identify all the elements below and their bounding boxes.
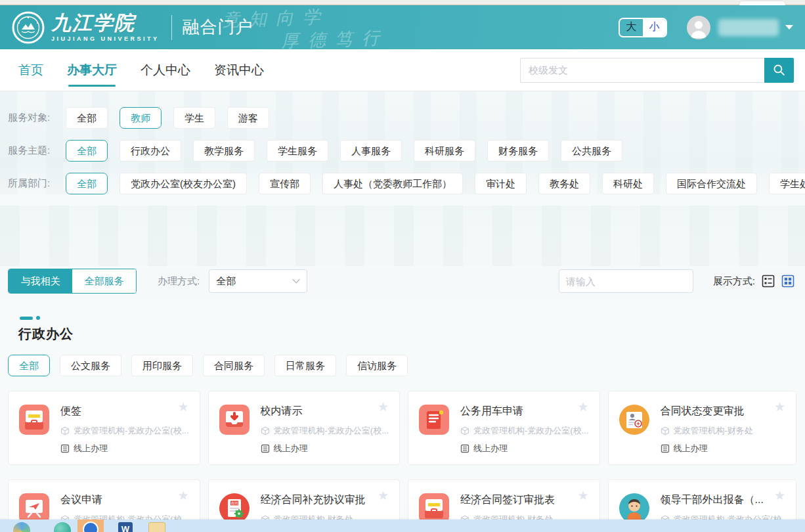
filter-option-selected[interactable]: 教师 [120,107,162,129]
folder-icon[interactable] [148,522,165,532]
filter-option[interactable]: 财务服务 [487,140,549,162]
service-search-input[interactable] [566,276,697,287]
university-seal-logo [12,11,45,44]
user-name-masked[interactable] [718,19,779,36]
filter-option[interactable]: 全部 [66,107,108,129]
filter-option[interactable]: 科研服务 [414,140,475,162]
favorite-star-icon[interactable]: ★ [378,401,389,413]
filter-option[interactable]: 教学服务 [193,140,255,162]
inbox-arrow-icon [219,405,250,435]
method-label: 办理方式: [158,275,200,288]
card-method: 线上办理 [460,443,589,454]
favorite-star-icon[interactable]: ★ [774,489,785,502]
header-divider [171,15,172,40]
section-tab[interactable]: 公文服务 [60,355,121,376]
service-card[interactable]: 便签 党政管理机构-党政办公室(校... 线上办理 ★ [8,391,200,465]
tab-all-services[interactable]: 全部服务 [72,269,136,293]
university-name: 九江学院 JIUJIANG UNIVERSITY [51,13,160,42]
list-view-icon[interactable] [762,275,775,288]
card-title: 经济合同签订审批表 [460,493,572,507]
colorful-app-icon[interactable] [13,522,30,532]
user-avatar[interactable] [687,16,710,39]
filter-option[interactable]: 公共服务 [561,140,622,162]
service-card[interactable]: 公务用车申请 党政管理机构-党政办公室(校... 线上办理 ★ [408,391,600,465]
filter-option[interactable]: 游客 [227,107,269,129]
favorite-star-icon[interactable]: ★ [378,489,389,502]
filter-option[interactable]: 人事处（党委教师工作部） [322,173,463,194]
word-icon[interactable]: W [118,522,133,532]
section-tab-selected[interactable]: 全部 [8,355,50,376]
section-tab[interactable]: 合同服务 [203,355,265,376]
card-org: 党政管理机构-财务处 [661,425,762,437]
motto-line2: 厚德笃行 [280,26,389,53]
card-org: 党政管理机构-党政办公室(校... [261,425,389,437]
card-method: 线上办理 [261,443,389,454]
filter-option-selected[interactable]: 全部 [66,140,108,162]
service-card[interactable]: 校内请示 党政管理机构-党政办公室(校... 线上办理 ★ [208,391,401,465]
grid-view-icon[interactable] [781,275,794,288]
university-name-en: JIUJIANG UNIVERSITY [51,36,160,42]
card-method: 线上办理 [661,443,762,454]
org-cube-icon [261,426,270,435]
favorite-star-icon[interactable]: ★ [177,489,188,502]
online-doc-icon [460,444,469,453]
online-doc-icon [261,444,270,453]
favorite-star-icon[interactable]: ★ [774,401,785,413]
method-select[interactable]: 全部 [209,269,307,293]
font-size-large-button[interactable]: 大 [620,19,643,36]
global-search-button[interactable] [764,58,794,83]
filter-option[interactable]: 科研处 [602,173,654,194]
filter-option[interactable]: 教务处 [538,173,590,194]
nav-item-personal-center[interactable]: 个人中心 [141,50,190,91]
filter-option[interactable]: 党政办公室(校友办公室) [120,173,247,194]
browser-sphere-icon[interactable] [54,522,71,532]
pinned-active-app-icon[interactable] [77,520,104,532]
filter-option[interactable]: 审计处 [475,173,527,194]
favorite-star-icon[interactable]: ★ [577,489,588,502]
nav-item-news-center[interactable]: 资讯中心 [214,50,264,91]
favorite-star-icon[interactable]: ★ [577,401,588,413]
filter-option[interactable]: 学生处 [769,173,805,194]
filter-label: 所属部门: [8,177,66,190]
card-title: 便签 [60,405,189,418]
section-header: 行政办公 [0,299,805,343]
font-size-toggle[interactable]: 大 小 [619,18,667,37]
card-title: 领导干部外出报备（... [661,493,782,507]
backdrop-spacer [0,206,805,266]
filter-row-department: 所属部门: 全部 党政办公室(校友办公室) 宣传部 人事处（党委教师工作部） 审… [8,173,794,194]
card-title: 校内请示 [261,405,389,418]
section-title: 行政办公 [18,325,794,343]
filter-option[interactable]: 人事服务 [340,140,402,162]
section-tab[interactable]: 信访服务 [346,355,408,376]
filter-option[interactable]: 宣传部 [259,173,311,194]
nav-item-service-hall[interactable]: 办事大厅 [67,50,117,91]
tab-related-to-me[interactable]: 与我相关 [9,269,72,293]
nav-item-home[interactable]: 首页 [18,50,43,91]
filter-option[interactable]: 学生服务 [267,140,328,162]
method-select-value: 全部 [216,275,236,288]
global-search [520,58,794,83]
filter-option[interactable]: 行政办公 [120,140,181,162]
filter-label: 服务对象: [8,112,66,124]
card-org: 党政管理机构-党政办公室(校... [460,425,589,437]
filter-option[interactable]: 学生 [173,107,215,129]
section-tab[interactable]: 日常服务 [274,355,336,376]
browser-edge-strip [0,0,805,5]
card-title: 经济合同补充协议审批 [261,493,383,507]
service-card[interactable]: 合同状态变更审批 党政管理机构-财务处 线上办理 ★ [608,391,797,465]
card-org: 党政管理机构-党政办公室(校... [60,425,189,437]
global-search-input[interactable] [520,58,764,83]
filter-option[interactable]: 国际合作交流处 [666,173,757,194]
chevron-down-icon [292,278,300,284]
card-method: 线上办理 [60,443,189,454]
filter-row-service-target: 服务对象: 全部 教师 学生 游客 [8,107,794,129]
windows-taskbar[interactable]: W [0,520,805,532]
section-tab[interactable]: 用印服务 [131,355,193,376]
filter-row-service-theme: 服务主题: 全部 行政办公 教学服务 学生服务 人事服务 科研服务 财务服务 公… [8,140,794,162]
user-menu-caret-icon[interactable] [785,25,793,30]
main-navbar: 首页 办事大厅 个人中心 资讯中心 [0,49,805,91]
filter-option-selected[interactable]: 全部 [66,173,108,194]
favorite-star-icon[interactable]: ★ [177,401,188,413]
font-size-small-button[interactable]: 小 [643,19,666,36]
online-doc-icon [60,444,70,453]
